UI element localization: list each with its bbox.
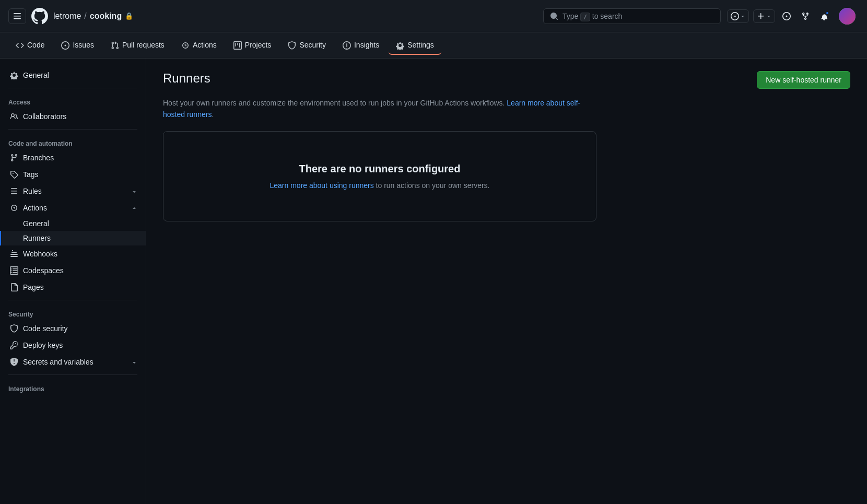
nav-security-label: Security xyxy=(299,41,326,49)
sidebar-item-secrets[interactable]: Secrets and variables xyxy=(0,354,146,370)
nav-issues[interactable]: Issues xyxy=(54,36,101,54)
search-bar[interactable]: Type / to search xyxy=(543,8,721,24)
sidebar-item-collaborators[interactable]: Collaborators xyxy=(0,108,146,125)
sidebar-item-general[interactable]: General xyxy=(0,67,146,84)
plus-dropdown-icon xyxy=(766,14,771,19)
copilot-dropdown-icon xyxy=(740,14,745,19)
topbar-right xyxy=(727,5,859,28)
plus-button[interactable] xyxy=(753,9,775,23)
nav-security[interactable]: Security xyxy=(280,36,333,54)
content-header: Runners New self-hosted runner xyxy=(163,71,850,89)
sidebar-section-code-automation: Code and automation xyxy=(0,134,146,149)
sidebar-item-pages[interactable]: Pages xyxy=(0,279,146,296)
sidebar-runners-label: Runners xyxy=(23,234,51,242)
sidebar-item-code-security[interactable]: Code security xyxy=(0,320,146,337)
branches-icon xyxy=(9,154,19,162)
sidebar-rules-label: Rules xyxy=(23,187,42,195)
notification-dot xyxy=(825,11,829,15)
nav-settings[interactable]: Settings xyxy=(389,36,441,54)
sidebar-divider-4 xyxy=(8,374,137,375)
issues-icon xyxy=(61,40,69,49)
nav-settings-label: Settings xyxy=(407,41,434,49)
sidebar-subitem-runners[interactable]: Runners xyxy=(0,231,146,245)
topbar-left: letrome / cooking 🔒 xyxy=(8,8,537,25)
nav-issues-label: Issues xyxy=(73,41,93,49)
collaborators-icon xyxy=(9,112,19,121)
sidebar-section-security: Security xyxy=(0,304,146,320)
page-title: Runners xyxy=(163,71,210,86)
new-self-hosted-runner-button[interactable]: New self-hosted runner xyxy=(757,71,850,89)
sidebar-collaborators-label: Collaborators xyxy=(23,112,66,121)
sidebar-item-actions[interactable]: Actions xyxy=(0,200,146,216)
sidebar-item-tags[interactable]: Tags xyxy=(0,166,146,183)
sidebar-divider-3 xyxy=(8,300,137,300)
codespaces-icon xyxy=(9,266,19,275)
empty-state-suffix: to run actions on your own servers. xyxy=(376,181,490,190)
issues-button[interactable] xyxy=(779,9,794,24)
sidebar-section-access: Access xyxy=(0,92,146,108)
learn-more-runners-link[interactable]: Learn more about using runners xyxy=(270,181,373,190)
sidebar-codespaces-label: Codespaces xyxy=(23,266,64,275)
sidebar-item-branches[interactable]: Branches xyxy=(0,149,146,166)
sidebar-webhooks-label: Webhooks xyxy=(23,250,57,258)
general-icon xyxy=(9,71,19,79)
sidebar-actions-general-label: General xyxy=(23,219,49,228)
actions-icon xyxy=(181,40,190,49)
nav-actions[interactable]: Actions xyxy=(174,36,224,54)
empty-state-title: There are no runners configured xyxy=(184,163,575,175)
settings-icon xyxy=(396,40,404,49)
description-text: Host your own runners and customize the … xyxy=(163,97,591,121)
nav-insights-label: Insights xyxy=(354,41,379,49)
sidebar-divider-1 xyxy=(8,88,137,88)
nav-code-label: Code xyxy=(27,41,44,49)
nav-projects-label: Projects xyxy=(245,41,272,49)
actions-sidebar-icon xyxy=(9,204,19,212)
nav-pull-requests[interactable]: Pull requests xyxy=(103,36,172,54)
sidebar-item-rules[interactable]: Rules xyxy=(0,183,146,200)
breadcrumb-separator: / xyxy=(84,11,86,21)
nav-projects[interactable]: Projects xyxy=(226,36,279,54)
insights-icon xyxy=(343,40,351,49)
actions-collapse-icon xyxy=(131,204,137,212)
fork-button[interactable] xyxy=(798,9,813,24)
sidebar-item-codespaces[interactable]: Codespaces xyxy=(0,262,146,279)
avatar-button[interactable] xyxy=(836,5,859,28)
github-logo-link[interactable] xyxy=(31,8,48,25)
hamburger-button[interactable] xyxy=(8,8,26,24)
description-main-text: Host your own runners and customize the … xyxy=(163,99,505,107)
deploy-keys-icon xyxy=(9,341,19,349)
sidebar-item-deploy-keys[interactable]: Deploy keys xyxy=(0,337,146,354)
sidebar-secrets-label: Secrets and variables xyxy=(23,358,93,366)
notifications-button[interactable] xyxy=(817,9,831,24)
empty-state-box: There are no runners configured Learn mo… xyxy=(163,131,596,221)
nav-actions-label: Actions xyxy=(193,41,217,49)
sidebar-actions-label: Actions xyxy=(23,204,47,212)
copilot-button[interactable] xyxy=(727,9,749,23)
secrets-icon xyxy=(9,358,19,366)
breadcrumb-repo[interactable]: cooking xyxy=(90,11,122,21)
plus-icon xyxy=(757,12,765,20)
sidebar-general-label: General xyxy=(23,71,49,79)
content-area: Runners New self-hosted runner Host your… xyxy=(146,58,867,504)
sidebar-item-webhooks[interactable]: Webhooks xyxy=(0,245,146,262)
breadcrumb-owner[interactable]: letrome xyxy=(53,11,81,21)
lock-icon: 🔒 xyxy=(125,12,133,20)
nav-insights[interactable]: Insights xyxy=(335,36,386,54)
pages-icon xyxy=(9,283,19,291)
secrets-expand-icon xyxy=(131,358,137,366)
sidebar-divider-2 xyxy=(8,129,137,130)
nav-code[interactable]: Code xyxy=(8,36,52,54)
sidebar-subitem-actions-general[interactable]: General xyxy=(0,216,146,231)
projects-icon xyxy=(233,40,242,49)
rules-icon xyxy=(9,187,19,195)
webhooks-icon xyxy=(9,250,19,258)
security-icon xyxy=(288,40,296,49)
code-icon xyxy=(16,40,24,49)
sidebar-deploy-keys-label: Deploy keys xyxy=(23,341,63,349)
sidebar-pages-label: Pages xyxy=(23,283,44,291)
breadcrumb: letrome / cooking 🔒 xyxy=(53,11,133,21)
sidebar-branches-label: Branches xyxy=(23,154,54,162)
sidebar: General Access Collaborators Code and au… xyxy=(0,58,146,504)
sidebar-section-integrations: Integrations xyxy=(0,379,146,395)
main-layout: General Access Collaborators Code and au… xyxy=(0,58,867,504)
